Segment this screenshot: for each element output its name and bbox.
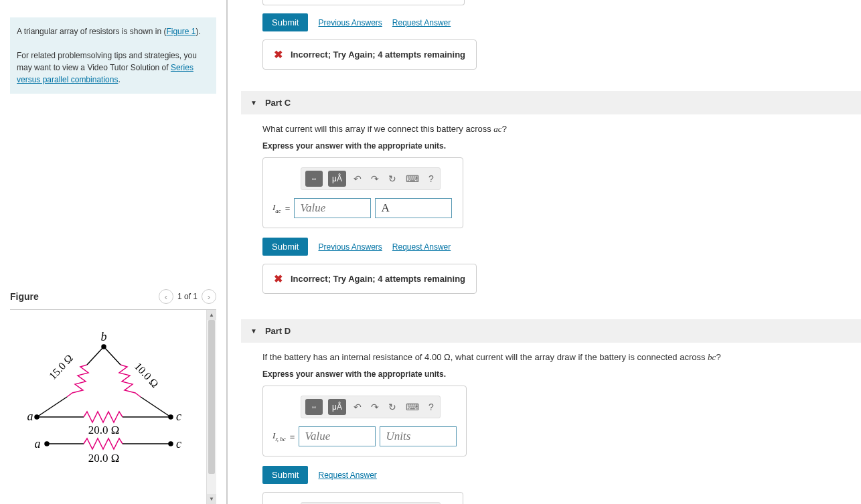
request-answer-link[interactable]: Request Answer: [392, 18, 451, 27]
figure-next-button[interactable]: ›: [202, 289, 216, 304]
part-d-header[interactable]: ▼ Part D: [241, 319, 861, 343]
intro-box: A triangular array of resistors is shown…: [10, 17, 216, 94]
intro-text-1b: ).: [195, 27, 200, 36]
help-icon[interactable]: ?: [426, 173, 436, 184]
part-c-toolbar: ▫▫ μÅ ↶ ↷ ↻ ⌨ ?: [301, 167, 441, 190]
svg-text:a: a: [27, 410, 33, 423]
figure-counter: 1 of 1: [177, 292, 198, 301]
redo-icon[interactable]: ↷: [369, 173, 381, 184]
svg-text:c: c: [176, 437, 181, 450]
intro-text-1: A triangular array of resistors is shown…: [17, 27, 166, 36]
figure-prev-button[interactable]: ‹: [159, 289, 173, 304]
part-c-variable: Iac: [272, 202, 281, 214]
incorrect-icon: ✖: [274, 48, 283, 61]
previous-answers-link[interactable]: Previous Answers: [318, 242, 382, 252]
submit-button[interactable]: Submit: [262, 238, 308, 256]
undo-icon[interactable]: ↶: [351, 402, 364, 412]
equals-sign: =: [285, 203, 291, 214]
undo-icon[interactable]: ↶: [351, 173, 364, 184]
svg-text:a: a: [35, 437, 41, 450]
template-button[interactable]: ▫▫: [305, 171, 323, 187]
figure-image: b a c a c 15.0 Ω 10.0 Ω 20.0 Ω 20.0 Ω: [10, 310, 206, 504]
svg-text:c: c: [176, 410, 181, 423]
part-d-instruction: Express your answer with the appropriate…: [262, 369, 861, 379]
part-c-feedback: ✖ Incorrect; Try Again; 4 attempts remai…: [262, 264, 477, 294]
svg-text:20.0 Ω: 20.0 Ω: [88, 424, 120, 436]
part-c-question: What current will this array if we conne…: [262, 124, 861, 135]
scroll-down-button[interactable]: ▼: [207, 494, 216, 504]
prev-answer-box-fragment: [262, 0, 465, 5]
incorrect-icon: ✖: [274, 272, 283, 285]
svg-text:15.0 Ω: 15.0 Ω: [47, 352, 75, 382]
part-c-header[interactable]: ▼ Part C: [241, 91, 861, 114]
part-d-unit-input[interactable]: [380, 426, 457, 446]
submit-button[interactable]: Submit: [262, 466, 308, 484]
part-c-unit-input[interactable]: [375, 198, 452, 218]
caret-down-icon: ▼: [250, 99, 257, 106]
figure-scrollbar[interactable]: ▲ ▼: [206, 310, 216, 504]
part-d-variable: Ir, bc: [272, 430, 286, 442]
part-d-title: Part D: [265, 326, 291, 336]
special-char-button[interactable]: μÅ: [328, 171, 346, 187]
scroll-thumb[interactable]: [208, 320, 215, 474]
template-button[interactable]: ▫▫: [305, 399, 323, 415]
part-c-title: Part C: [265, 98, 291, 108]
part-d-value-input[interactable]: [299, 426, 376, 446]
part-d-toolbar: ▫▫ μÅ ↶ ↷ ↻ ⌨ ?: [301, 396, 441, 418]
reset-icon[interactable]: ↻: [386, 402, 398, 412]
svg-text:20.0 Ω: 20.0 Ω: [88, 452, 120, 465]
intro-text-2: For related problemsolving tips and stra…: [17, 51, 197, 72]
keyboard-icon[interactable]: ⌨: [404, 173, 421, 184]
reset-icon[interactable]: ↻: [386, 173, 398, 184]
part-d-question: If the battery has an internal resistanc…: [262, 352, 861, 363]
svg-text:b: b: [101, 330, 107, 343]
part-d-answer-box: ▫▫ μÅ ↶ ↷ ↻ ⌨ ? Ir, bc =: [262, 386, 467, 456]
help-icon[interactable]: ?: [426, 402, 436, 412]
submit-button[interactable]: Submit: [262, 13, 308, 31]
feedback-text: Incorrect; Try Again; 4 attempts remaini…: [291, 50, 465, 60]
part-d-answer-box-2: ▫▫ μÅ ↶ ↷ ↻ ⌨ ? Iac =: [262, 492, 463, 504]
intro-period: .: [118, 75, 120, 84]
scroll-up-button[interactable]: ▲: [207, 310, 216, 320]
special-char-button[interactable]: μÅ: [328, 399, 346, 415]
part-c-answer-box: ▫▫ μÅ ↶ ↷ ↻ ⌨ ? Iac =: [262, 157, 463, 228]
equals-sign: =: [290, 432, 295, 442]
caret-down-icon: ▼: [250, 327, 257, 335]
request-answer-link[interactable]: Request Answer: [318, 471, 376, 480]
redo-icon[interactable]: ↷: [369, 402, 381, 412]
request-answer-link[interactable]: Request Answer: [392, 242, 451, 252]
previous-answers-link[interactable]: Previous Answers: [318, 18, 382, 27]
feedback-text: Incorrect; Try Again; 4 attempts remaini…: [291, 274, 465, 284]
part-c-value-input[interactable]: [294, 198, 371, 218]
keyboard-icon[interactable]: ⌨: [404, 402, 421, 412]
svg-text:10.0 Ω: 10.0 Ω: [133, 360, 161, 390]
figure-link[interactable]: Figure 1: [166, 27, 195, 36]
part-c-instruction: Express your answer with the appropriate…: [262, 141, 861, 151]
figure-title: Figure: [10, 291, 39, 302]
feedback-box: ✖ Incorrect; Try Again; 4 attempts remai…: [262, 39, 477, 70]
